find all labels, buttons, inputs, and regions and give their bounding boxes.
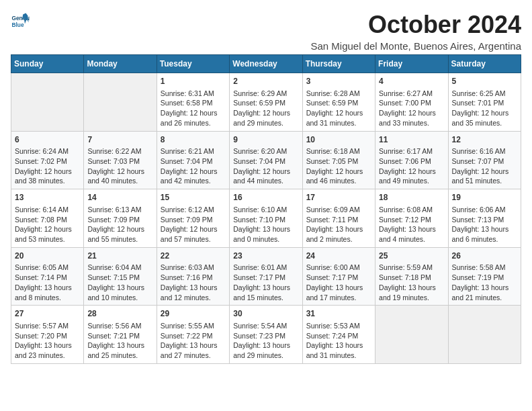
days-header-row: SundayMondayTuesdayWednesdayThursdayFrid… bbox=[11, 55, 521, 73]
day-number: 4 bbox=[379, 76, 444, 87]
day-number: 12 bbox=[452, 134, 517, 146]
calendar-cell: 7Sunrise: 6:22 AM Sunset: 7:03 PM Daylig… bbox=[84, 131, 157, 189]
day-info: Sunrise: 6:28 AM Sunset: 6:59 PM Dayligh… bbox=[306, 89, 371, 128]
day-info: Sunrise: 5:53 AM Sunset: 7:24 PM Dayligh… bbox=[306, 321, 371, 361]
week-row-4: 20Sunrise: 6:05 AM Sunset: 7:14 PM Dayli… bbox=[11, 247, 521, 306]
location-subtitle: San Miguel del Monte, Buenos Aires, Arge… bbox=[310, 40, 521, 52]
day-info: Sunrise: 6:05 AM Sunset: 7:14 PM Dayligh… bbox=[15, 263, 80, 302]
day-info: Sunrise: 5:57 AM Sunset: 7:20 PM Dayligh… bbox=[15, 321, 80, 361]
day-number: 17 bbox=[306, 192, 371, 203]
day-number: 26 bbox=[452, 250, 517, 262]
day-info: Sunrise: 6:22 AM Sunset: 7:03 PM Dayligh… bbox=[87, 146, 152, 186]
day-info: Sunrise: 6:17 AM Sunset: 7:06 PM Dayligh… bbox=[379, 146, 444, 186]
day-info: Sunrise: 6:25 AM Sunset: 7:01 PM Dayligh… bbox=[452, 89, 517, 128]
day-number: 18 bbox=[379, 192, 444, 203]
day-number: 11 bbox=[379, 134, 444, 146]
calendar-cell: 3Sunrise: 6:28 AM Sunset: 6:59 PM Daylig… bbox=[302, 73, 375, 132]
day-info: Sunrise: 6:13 AM Sunset: 7:09 PM Dayligh… bbox=[87, 205, 152, 244]
day-header-wednesday: Wednesday bbox=[230, 55, 302, 73]
day-header-saturday: Saturday bbox=[448, 55, 521, 73]
week-row-2: 6Sunrise: 6:24 AM Sunset: 7:02 PM Daylig… bbox=[11, 131, 521, 189]
calendar-body: 1Sunrise: 6:31 AM Sunset: 6:58 PM Daylig… bbox=[11, 73, 521, 364]
day-number: 10 bbox=[306, 134, 371, 146]
svg-text:Blue: Blue bbox=[11, 21, 24, 28]
day-number: 20 bbox=[15, 250, 80, 262]
day-info: Sunrise: 5:54 AM Sunset: 7:23 PM Dayligh… bbox=[233, 321, 298, 361]
calendar-cell: 13Sunrise: 6:14 AM Sunset: 7:08 PM Dayli… bbox=[11, 189, 84, 248]
calendar-table: SundayMondayTuesdayWednesdayThursdayFrid… bbox=[11, 54, 521, 364]
day-number: 29 bbox=[161, 308, 226, 320]
calendar-cell bbox=[11, 73, 84, 132]
calendar-cell: 31Sunrise: 5:53 AM Sunset: 7:24 PM Dayli… bbox=[302, 306, 375, 364]
calendar-cell: 28Sunrise: 5:56 AM Sunset: 7:21 PM Dayli… bbox=[84, 306, 157, 364]
day-header-thursday: Thursday bbox=[302, 55, 375, 73]
calendar-cell: 27Sunrise: 5:57 AM Sunset: 7:20 PM Dayli… bbox=[11, 306, 84, 364]
day-number: 1 bbox=[161, 76, 226, 87]
day-header-sunday: Sunday bbox=[11, 55, 84, 73]
day-info: Sunrise: 6:08 AM Sunset: 7:12 PM Dayligh… bbox=[379, 205, 444, 244]
day-number: 19 bbox=[452, 192, 517, 203]
day-header-monday: Monday bbox=[84, 55, 157, 73]
calendar-cell: 17Sunrise: 6:09 AM Sunset: 7:11 PM Dayli… bbox=[302, 189, 375, 248]
day-info: Sunrise: 6:14 AM Sunset: 7:08 PM Dayligh… bbox=[15, 205, 80, 244]
day-info: Sunrise: 5:55 AM Sunset: 7:22 PM Dayligh… bbox=[161, 321, 226, 361]
calendar-cell bbox=[375, 306, 448, 364]
calendar-cell: 4Sunrise: 6:27 AM Sunset: 7:00 PM Daylig… bbox=[375, 73, 448, 132]
calendar-cell: 30Sunrise: 5:54 AM Sunset: 7:23 PM Dayli… bbox=[230, 306, 302, 364]
title-block: October 2024 San Miguel del Monte, Bueno… bbox=[310, 11, 521, 52]
logo-icon: General Blue bbox=[11, 11, 30, 30]
calendar-cell: 21Sunrise: 6:04 AM Sunset: 7:15 PM Dayli… bbox=[84, 247, 157, 306]
page-header: General Blue October 2024 San Miguel del… bbox=[11, 11, 521, 52]
calendar-cell: 19Sunrise: 6:06 AM Sunset: 7:13 PM Dayli… bbox=[448, 189, 521, 248]
day-info: Sunrise: 6:21 AM Sunset: 7:04 PM Dayligh… bbox=[161, 146, 226, 186]
day-info: Sunrise: 6:09 AM Sunset: 7:11 PM Dayligh… bbox=[306, 205, 371, 244]
day-number: 16 bbox=[233, 192, 298, 203]
day-info: Sunrise: 6:31 AM Sunset: 6:58 PM Dayligh… bbox=[161, 89, 226, 128]
calendar-cell: 6Sunrise: 6:24 AM Sunset: 7:02 PM Daylig… bbox=[11, 131, 84, 189]
day-number: 27 bbox=[15, 308, 80, 320]
day-number: 15 bbox=[161, 192, 226, 203]
day-header-friday: Friday bbox=[375, 55, 448, 73]
day-info: Sunrise: 5:58 AM Sunset: 7:19 PM Dayligh… bbox=[452, 263, 517, 302]
calendar-cell: 20Sunrise: 6:05 AM Sunset: 7:14 PM Dayli… bbox=[11, 247, 84, 306]
calendar-cell: 24Sunrise: 6:00 AM Sunset: 7:17 PM Dayli… bbox=[302, 247, 375, 306]
day-info: Sunrise: 6:18 AM Sunset: 7:05 PM Dayligh… bbox=[306, 146, 371, 186]
week-row-3: 13Sunrise: 6:14 AM Sunset: 7:08 PM Dayli… bbox=[11, 189, 521, 248]
day-info: Sunrise: 6:20 AM Sunset: 7:04 PM Dayligh… bbox=[233, 146, 298, 186]
calendar-cell: 9Sunrise: 6:20 AM Sunset: 7:04 PM Daylig… bbox=[230, 131, 302, 189]
day-number: 6 bbox=[15, 134, 80, 146]
day-info: Sunrise: 6:04 AM Sunset: 7:15 PM Dayligh… bbox=[87, 263, 152, 302]
calendar-cell: 22Sunrise: 6:03 AM Sunset: 7:16 PM Dayli… bbox=[157, 247, 229, 306]
day-info: Sunrise: 6:27 AM Sunset: 7:00 PM Dayligh… bbox=[379, 89, 444, 128]
day-info: Sunrise: 6:03 AM Sunset: 7:16 PM Dayligh… bbox=[161, 263, 226, 302]
day-info: Sunrise: 5:59 AM Sunset: 7:18 PM Dayligh… bbox=[379, 263, 444, 302]
day-info: Sunrise: 6:06 AM Sunset: 7:13 PM Dayligh… bbox=[452, 205, 517, 244]
calendar-cell: 16Sunrise: 6:10 AM Sunset: 7:10 PM Dayli… bbox=[230, 189, 302, 248]
calendar-cell: 10Sunrise: 6:18 AM Sunset: 7:05 PM Dayli… bbox=[302, 131, 375, 189]
day-info: Sunrise: 6:10 AM Sunset: 7:10 PM Dayligh… bbox=[233, 205, 298, 244]
day-info: Sunrise: 6:01 AM Sunset: 7:17 PM Dayligh… bbox=[233, 263, 298, 302]
calendar-cell: 8Sunrise: 6:21 AM Sunset: 7:04 PM Daylig… bbox=[157, 131, 229, 189]
week-row-5: 27Sunrise: 5:57 AM Sunset: 7:20 PM Dayli… bbox=[11, 306, 521, 364]
calendar-cell: 15Sunrise: 6:12 AM Sunset: 7:09 PM Dayli… bbox=[157, 189, 229, 248]
day-number: 7 bbox=[87, 134, 152, 146]
day-number: 24 bbox=[306, 250, 371, 262]
calendar-cell: 2Sunrise: 6:29 AM Sunset: 6:59 PM Daylig… bbox=[230, 73, 302, 132]
calendar-cell: 25Sunrise: 5:59 AM Sunset: 7:18 PM Dayli… bbox=[375, 247, 448, 306]
day-info: Sunrise: 6:12 AM Sunset: 7:09 PM Dayligh… bbox=[161, 205, 226, 244]
day-info: Sunrise: 6:24 AM Sunset: 7:02 PM Dayligh… bbox=[15, 146, 80, 186]
week-row-1: 1Sunrise: 6:31 AM Sunset: 6:58 PM Daylig… bbox=[11, 73, 521, 132]
day-header-tuesday: Tuesday bbox=[157, 55, 229, 73]
day-number: 9 bbox=[233, 134, 298, 146]
day-number: 21 bbox=[87, 250, 152, 262]
day-number: 5 bbox=[452, 76, 517, 87]
calendar-cell: 18Sunrise: 6:08 AM Sunset: 7:12 PM Dayli… bbox=[375, 189, 448, 248]
calendar-cell: 11Sunrise: 6:17 AM Sunset: 7:06 PM Dayli… bbox=[375, 131, 448, 189]
day-number: 28 bbox=[87, 308, 152, 320]
day-number: 22 bbox=[161, 250, 226, 262]
calendar-cell: 29Sunrise: 5:55 AM Sunset: 7:22 PM Dayli… bbox=[157, 306, 229, 364]
calendar-cell: 5Sunrise: 6:25 AM Sunset: 7:01 PM Daylig… bbox=[448, 73, 521, 132]
day-number: 14 bbox=[87, 192, 152, 203]
day-number: 13 bbox=[15, 192, 80, 203]
day-info: Sunrise: 5:56 AM Sunset: 7:21 PM Dayligh… bbox=[87, 321, 152, 361]
